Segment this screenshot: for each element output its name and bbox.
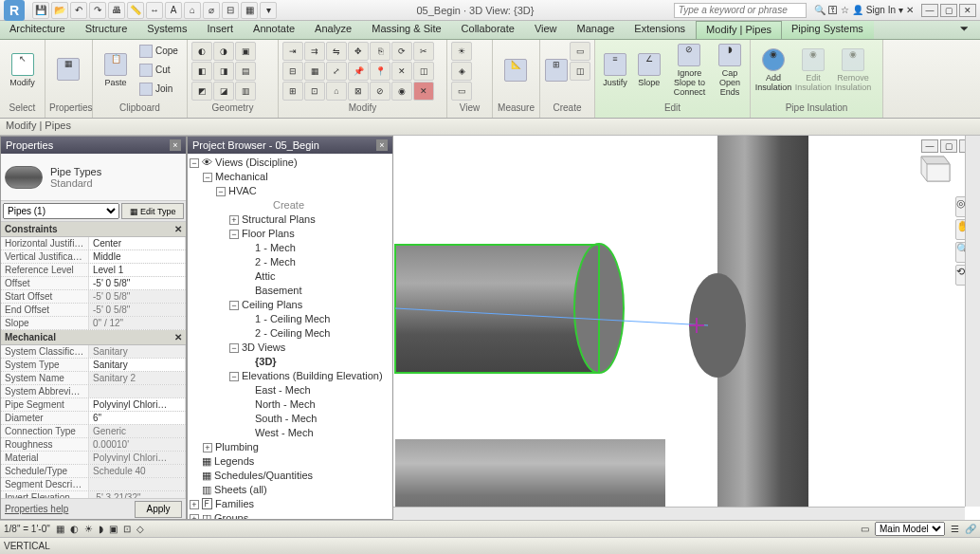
- geom-7-icon[interactable]: ◩: [191, 82, 212, 101]
- align-icon[interactable]: ⇥: [282, 42, 303, 61]
- favorites-icon[interactable]: ☆: [841, 5, 849, 15]
- props-value[interactable]: Level 1: [89, 264, 186, 276]
- geom-9-icon[interactable]: ▥: [235, 82, 256, 101]
- cap-open-ends-button[interactable]: ◗CapOpen Ends: [714, 42, 746, 99]
- tree-node[interactable]: 2 - Mech: [190, 255, 390, 269]
- move-icon[interactable]: ✥: [348, 42, 369, 61]
- tree-node[interactable]: 1 - Ceiling Mech: [190, 312, 390, 326]
- tree-node[interactable]: −HVAC: [190, 184, 390, 198]
- view-minimize-icon[interactable]: —: [921, 139, 938, 153]
- qat-split-icon[interactable]: ⊟: [222, 2, 239, 19]
- props-row[interactable]: Offset-5' 0 5/8": [1, 277, 186, 290]
- tree-node[interactable]: −Elevations (Building Elevation): [190, 369, 390, 383]
- measure-button[interactable]: 📐: [497, 42, 535, 99]
- tree-node[interactable]: West - Mech: [190, 426, 390, 440]
- qat-section-icon[interactable]: ⌀: [203, 2, 220, 19]
- mirror-icon[interactable]: ⇋: [326, 42, 347, 61]
- rotate-icon[interactable]: ⟳: [391, 42, 412, 61]
- create-3-icon[interactable]: ◫: [570, 62, 590, 81]
- tree-node[interactable]: 2 - Ceiling Mech: [190, 326, 390, 341]
- mod-12-icon[interactable]: ⊘: [370, 82, 390, 101]
- create-button[interactable]: ⊞: [544, 42, 568, 99]
- props-row[interactable]: Pipe SegmentPolyvinyl Chlori…: [1, 398, 186, 412]
- tree-toggle-icon[interactable]: +: [190, 500, 199, 509]
- properties-help-link[interactable]: Properties help: [5, 504, 68, 514]
- tab-insert[interactable]: Insert: [198, 21, 245, 39]
- tree-toggle-icon[interactable]: −: [190, 158, 199, 168]
- geom-3-icon[interactable]: ▣: [235, 42, 256, 61]
- props-row[interactable]: Horizontal Justifi…Center: [1, 237, 186, 250]
- select-links-icon[interactable]: 🔗: [965, 524, 976, 534]
- mod-8-icon[interactable]: ⊞: [282, 82, 303, 101]
- detail-level-icon[interactable]: ▦: [56, 524, 64, 534]
- tree-node[interactable]: +◫ Groups: [190, 511, 390, 519]
- project-tree[interactable]: −👁 Views (Discipline)−Mechanical−HVACCre…: [188, 154, 392, 519]
- slope-button[interactable]: ∠Slope: [633, 42, 665, 99]
- infocenter-icon[interactable]: 🔍: [814, 5, 826, 15]
- tab-modify-pipes[interactable]: Modify | Pipes: [696, 21, 782, 39]
- mod-11-icon[interactable]: ⊠: [348, 82, 369, 101]
- mod-10-icon[interactable]: ⌂: [326, 82, 347, 101]
- tab-annotate[interactable]: Annotate: [244, 21, 305, 39]
- crop-region-icon[interactable]: ⊡: [123, 524, 131, 534]
- minimize-button[interactable]: —: [921, 4, 938, 17]
- view-3-icon[interactable]: ▭: [451, 82, 472, 101]
- split-icon[interactable]: ⊟: [282, 62, 303, 81]
- tree-toggle-icon[interactable]: −: [229, 343, 239, 353]
- pin-icon[interactable]: 📌: [348, 62, 369, 81]
- paste-button[interactable]: 📋Paste: [97, 42, 135, 99]
- tab-piping-systems[interactable]: Piping Systems: [782, 21, 874, 39]
- tree-node[interactable]: −Floor Plans: [190, 227, 390, 241]
- unpin-icon[interactable]: 📍: [370, 62, 390, 81]
- tree-toggle-icon[interactable]: +: [203, 443, 212, 452]
- filter-icon[interactable]: ☰: [951, 524, 959, 534]
- type-selector[interactable]: Pipe Types Standard: [50, 166, 101, 189]
- tab-manage[interactable]: Manage: [568, 21, 626, 39]
- props-value[interactable]: -5' 0 5/8": [89, 277, 186, 289]
- tree-node[interactable]: Basement: [190, 284, 390, 298]
- qat-redo-icon[interactable]: ↷: [89, 2, 106, 19]
- tree-node[interactable]: East - Mech: [190, 383, 390, 397]
- tree-node[interactable]: +🄵 Families: [190, 497, 390, 511]
- geom-5-icon[interactable]: ◨: [213, 62, 234, 81]
- tree-node[interactable]: ▥ Sheets (all): [190, 483, 390, 497]
- scale-icon[interactable]: ⤢: [326, 62, 347, 81]
- qat-save-icon[interactable]: 💾: [32, 2, 49, 19]
- join-button[interactable]: Join: [136, 80, 181, 98]
- edit-type-button[interactable]: ▦ Edit Type: [121, 203, 184, 219]
- tree-toggle-icon[interactable]: −: [229, 372, 239, 381]
- view-maximize-icon[interactable]: ▢: [940, 139, 957, 153]
- qat-switch-icon[interactable]: ▦: [241, 2, 258, 19]
- props-row[interactable]: Reference LevelLevel 1: [1, 264, 186, 277]
- geom-8-icon[interactable]: ◪: [213, 82, 234, 101]
- ignore-slope-button[interactable]: ⊘Ignore Slope to Connect: [667, 42, 712, 99]
- add-insulation-button[interactable]: ◉Add Insulation: [754, 42, 792, 99]
- modify-button[interactable]: ↖Modify: [4, 42, 41, 99]
- delete-icon[interactable]: ✕: [391, 62, 412, 81]
- properties-grid[interactable]: Constraints✕Horizontal Justifi…CenterVer…: [1, 222, 186, 498]
- geom-2-icon[interactable]: ◑: [213, 42, 234, 61]
- props-section-header[interactable]: Mechanical✕: [1, 330, 186, 345]
- view-2-icon[interactable]: ◈: [451, 62, 472, 81]
- tree-toggle-icon[interactable]: −: [229, 230, 239, 239]
- tab-analyze[interactable]: Analyze: [305, 21, 362, 39]
- mod-7-icon[interactable]: ◫: [413, 62, 434, 81]
- viewport-vscrollbar[interactable]: [965, 136, 980, 507]
- copy-icon[interactable]: ⎘: [370, 42, 390, 61]
- qat-measure-icon[interactable]: 📏: [127, 2, 144, 19]
- search-input[interactable]: [674, 3, 807, 18]
- tree-toggle-icon[interactable]: +: [190, 514, 199, 519]
- mod-14-icon[interactable]: ✕: [413, 82, 434, 101]
- props-value[interactable]: Center: [89, 237, 186, 249]
- qat-3d-icon[interactable]: ⌂: [184, 2, 201, 19]
- tree-node[interactable]: Attic: [190, 269, 390, 284]
- geom-1-icon[interactable]: ◐: [191, 42, 212, 61]
- tab-architecture[interactable]: Architecture: [0, 21, 76, 39]
- geom-4-icon[interactable]: ◧: [191, 62, 212, 81]
- remove-insulation-button[interactable]: ◉Remove Insulation: [834, 42, 872, 99]
- qat-text-icon[interactable]: A: [165, 2, 182, 19]
- properties-close-icon[interactable]: ×: [170, 139, 181, 151]
- props-row[interactable]: System TypeSanitary: [1, 359, 186, 372]
- tree-node[interactable]: −Ceiling Plans: [190, 298, 390, 312]
- maximize-button[interactable]: ▢: [940, 4, 957, 17]
